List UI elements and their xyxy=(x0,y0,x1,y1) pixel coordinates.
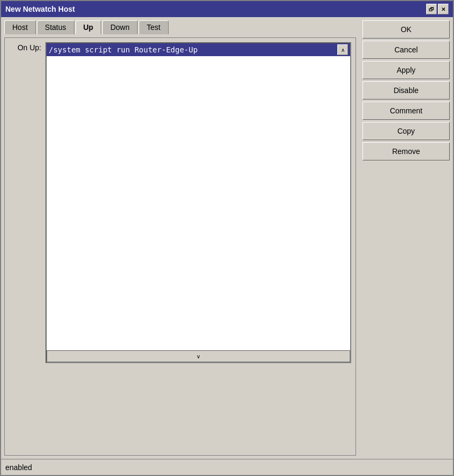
script-container: /system script run Router-Edge-Up ∧ ∨ xyxy=(46,42,351,363)
form-area: On Up: /system script run Router-Edge-Up… xyxy=(4,37,356,456)
remove-button[interactable]: Remove xyxy=(362,142,450,160)
tab-test[interactable]: Test xyxy=(139,20,169,34)
scroll-down-button[interactable]: ∨ xyxy=(47,350,350,362)
tab-status[interactable]: Status xyxy=(37,20,74,34)
tab-up[interactable]: Up xyxy=(75,20,102,34)
status-bar: enabled xyxy=(1,459,453,475)
script-body[interactable] xyxy=(47,56,350,350)
ok-button[interactable]: OK xyxy=(362,20,450,39)
status-text: enabled xyxy=(5,463,32,472)
window-title: New Netwatch Host xyxy=(5,5,75,13)
title-bar-controls: 🗗 ✕ xyxy=(426,4,449,14)
title-bar: New Netwatch Host 🗗 ✕ xyxy=(1,1,453,17)
on-up-label: On Up: xyxy=(9,42,41,52)
script-selected-line[interactable]: /system script run Router-Edge-Up ∧ xyxy=(47,43,350,56)
disable-button[interactable]: Disable xyxy=(362,81,450,99)
tab-host[interactable]: Host xyxy=(4,20,36,34)
scroll-up-button[interactable]: ∧ xyxy=(337,44,348,55)
close-button[interactable]: ✕ xyxy=(438,4,449,14)
restore-button[interactable]: 🗗 xyxy=(426,4,437,14)
main-panel: Host Status Up Down Test On Up: /system … xyxy=(1,17,359,459)
script-text: /system script run Router-Edge-Up xyxy=(49,45,198,54)
cancel-button[interactable]: Cancel xyxy=(362,41,450,59)
main-window: New Netwatch Host 🗗 ✕ Host Status Up Dow… xyxy=(0,0,454,476)
apply-button[interactable]: Apply xyxy=(362,61,450,79)
tabs-bar: Host Status Up Down Test xyxy=(4,20,356,34)
on-up-row: On Up: /system script run Router-Edge-Up… xyxy=(9,42,351,451)
right-panel: OK Cancel Apply Disable Comment Copy Rem… xyxy=(359,17,453,459)
tab-down[interactable]: Down xyxy=(102,20,138,34)
content-area: Host Status Up Down Test On Up: /system … xyxy=(1,17,453,459)
copy-button[interactable]: Copy xyxy=(362,122,450,140)
comment-button[interactable]: Comment xyxy=(362,102,450,120)
